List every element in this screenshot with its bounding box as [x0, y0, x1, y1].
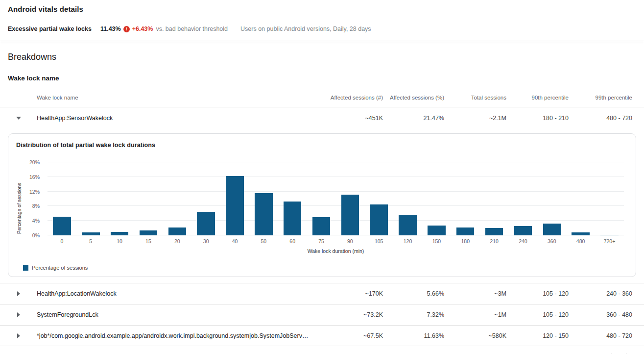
x-tick-label: 40 — [220, 238, 249, 244]
x-axis-title: Wake lock duration (min) — [48, 248, 624, 254]
collapse-row-button[interactable] — [8, 107, 29, 128]
x-tick-label: 105 — [364, 238, 393, 244]
x-tick-label: 60 — [278, 238, 307, 244]
x-tick-label: 720+ — [595, 238, 624, 244]
total-sessions-cell: ~1M — [444, 311, 506, 318]
bar-120 — [399, 215, 416, 235]
next-page-button[interactable] — [621, 351, 633, 354]
col-header-p90: 90th percentile — [506, 95, 569, 101]
wake-lock-name-cell: *job*/com.google.android.example.app/and… — [29, 332, 310, 339]
x-tick-label: 0 — [48, 238, 76, 244]
page-title: Android vitals details — [0, 0, 644, 13]
x-tick-label: 90 — [335, 238, 364, 244]
expand-row-button[interactable] — [8, 304, 29, 325]
previous-page-button[interactable] — [605, 351, 617, 354]
affected-pct-cell: 11.63% — [383, 332, 444, 339]
bar-240 — [514, 226, 532, 235]
expand-row-button[interactable] — [8, 283, 29, 304]
chevron-down-icon — [16, 117, 21, 120]
chart-legend: Percentage of sessions — [16, 265, 628, 271]
wake-lock-name-cell: HealthApp:SensorWakelock — [29, 115, 310, 122]
affected-pct-cell: 5.66% — [383, 290, 444, 297]
show-rows-select[interactable]: 5 — [552, 352, 564, 354]
bar-slot — [105, 162, 134, 235]
bar-5 — [82, 232, 99, 235]
metric-delta-suffix: vs. bad behavior threshold — [156, 25, 228, 32]
bar-slot — [163, 162, 191, 235]
bar-slot — [537, 162, 566, 235]
bar-slot — [422, 162, 451, 235]
bar-20 — [168, 228, 186, 235]
metric-delta: +6.43% — [132, 25, 153, 32]
chevron-left-icon — [606, 352, 615, 354]
table-row: HealthApp:SensorWakelock ~451K 21.47% ~2… — [0, 107, 644, 128]
legend-swatch-icon — [23, 265, 28, 271]
p99-cell: 360 - 480 — [569, 311, 632, 318]
bar-180 — [456, 228, 474, 235]
table-row: *job*/com.google.android.example.app/and… — [0, 325, 644, 346]
bar-slot — [48, 162, 76, 235]
chart-bars — [48, 162, 624, 235]
bar-90 — [341, 195, 359, 235]
x-tick-label: 75 — [307, 238, 336, 244]
table-footer: Show rows: 5 1 - 4 — [0, 346, 644, 354]
bar-210 — [485, 228, 503, 235]
scope-note: Users on public Android versions, Daily,… — [240, 25, 371, 32]
chevron-right-icon — [17, 291, 20, 296]
bar-slot — [220, 162, 249, 235]
x-tick-label: 480 — [566, 238, 595, 244]
distribution-chart-card: Distribution of total partial wake lock … — [8, 133, 636, 277]
metric-label: Excessive partial wake locks — [8, 25, 92, 32]
bar-10 — [111, 232, 128, 235]
bar-720+ — [600, 235, 618, 235]
p90-cell: 105 - 120 — [506, 311, 569, 318]
p90-cell: 180 - 210 — [506, 115, 569, 122]
table-header-row: Wake lock name Affected sessions (#) Aff… — [0, 88, 644, 107]
chart-title: Distribution of total partial wake lock … — [16, 142, 628, 149]
expand-row-button[interactable] — [8, 326, 29, 346]
breakdowns-heading: Breakdowns — [0, 41, 644, 62]
bar-slot — [76, 162, 105, 235]
bar-105 — [370, 204, 387, 235]
affected-pct-cell: 7.32% — [383, 311, 444, 318]
bar-slot — [191, 162, 220, 235]
affected-pct-cell: 21.47% — [383, 115, 444, 122]
bar-slot — [278, 162, 307, 235]
bar-slot — [335, 162, 364, 235]
bar-slot — [364, 162, 393, 235]
total-sessions-cell: ~3M — [444, 290, 506, 297]
metric-value: 11.43% — [100, 25, 121, 32]
bar-slot — [451, 162, 480, 235]
error-circle-icon: ! — [123, 26, 130, 32]
col-header-name: Wake lock name — [29, 95, 310, 101]
chevron-right-icon — [17, 312, 20, 317]
col-header-total-sessions: Total sessions — [444, 95, 506, 101]
x-tick-label: 30 — [191, 238, 220, 244]
bar-slot — [393, 162, 422, 235]
p99-cell: 240 - 360 — [569, 290, 632, 297]
metric-summary-bar: Excessive partial wake locks 11.43% ! +6… — [0, 17, 644, 41]
bar-15 — [140, 230, 157, 235]
bar-480 — [572, 232, 589, 235]
bar-slot — [307, 162, 336, 235]
x-tick-label: 50 — [249, 238, 278, 244]
p99-cell: 480 - 720 — [569, 115, 632, 122]
bar-60 — [284, 202, 301, 235]
col-header-affected-pct: Affected sessions (%) — [383, 95, 444, 101]
x-tick-label: 240 — [509, 238, 538, 244]
bar-slot — [595, 162, 624, 235]
bar-slot — [249, 162, 278, 235]
affected-count-cell: ~451K — [310, 115, 383, 122]
affected-count-cell: ~73.2K — [310, 311, 383, 318]
p99-cell: 480 - 720 — [569, 332, 632, 339]
wake-lock-name-cell: HealthApp:LocationWakelock — [29, 290, 310, 297]
total-sessions-cell: ~580K — [444, 332, 506, 339]
p90-cell: 120 - 150 — [506, 332, 569, 339]
x-tick-label: 150 — [422, 238, 451, 244]
chevron-right-icon — [623, 352, 632, 354]
legend-label: Percentage of sessions — [32, 265, 88, 271]
bar-360 — [543, 224, 561, 235]
bar-slot — [134, 162, 163, 235]
bar-50 — [255, 193, 272, 235]
col-header-affected-count: Affected sessions (#) — [310, 95, 383, 101]
